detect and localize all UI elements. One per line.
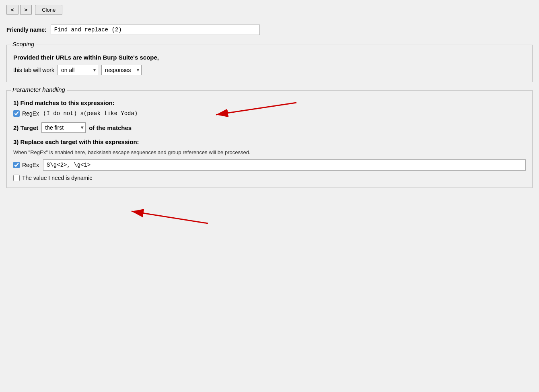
step2-label: 2) Target — [13, 124, 38, 131]
step3-expression-input[interactable] — [43, 159, 526, 171]
step1-regex-label: RegEx — [22, 110, 39, 117]
step3-regex-checkbox-label[interactable]: RegEx — [13, 162, 39, 168]
step2-row: 2) Target the first all of the matches — [13, 122, 526, 133]
response-select[interactable]: responses requests both — [101, 65, 142, 75]
scope-heading: Provided their URLs are within Burp Suit… — [13, 54, 526, 61]
scope-select-wrapper: on all on specific — [58, 65, 98, 75]
step1-regex-checkbox-label[interactable]: RegEx — [13, 110, 39, 117]
friendly-name-row: Friendly name: — [6, 25, 533, 35]
step1-regex-checkbox[interactable] — [13, 110, 20, 117]
friendly-name-input[interactable] — [51, 25, 260, 35]
dynamic-checkbox-label[interactable]: The value I need is dynamic — [13, 175, 92, 181]
parameter-handling-title: Parameter handling — [11, 86, 67, 93]
step3-regex-checkbox[interactable] — [13, 162, 20, 168]
step3-description: When "RegEx" is enabled here, backslash … — [13, 149, 526, 155]
svg-line-3 — [132, 211, 208, 223]
dynamic-row: The value I need is dynamic — [13, 175, 526, 181]
target-select[interactable]: the first all — [41, 122, 86, 133]
response-select-wrapper: responses requests both — [101, 65, 142, 75]
dynamic-label: The value I need is dynamic — [22, 175, 92, 181]
top-nav: < > Clone — [6, 5, 533, 15]
main-container: < > Clone Friendly name: Scoping Provide… — [0, 0, 539, 392]
step3-input-row: RegEx — [13, 159, 526, 171]
step1-heading: 1) Find matches to this expression: — [13, 99, 526, 106]
clone-button[interactable]: Clone — [35, 5, 62, 15]
scoping-section: Scoping Provided their URLs are within B… — [6, 45, 533, 82]
forward-button[interactable]: > — [20, 5, 32, 15]
back-button[interactable]: < — [6, 5, 19, 15]
step1-regex-row: RegEx (I do not) s(peak like Yoda) — [13, 110, 526, 117]
scope-select[interactable]: on all on specific — [58, 65, 98, 75]
target-select-wrapper: the first all — [41, 122, 86, 133]
scoping-title: Scoping — [11, 41, 36, 47]
step3-heading: 3) Replace each target with this express… — [13, 138, 526, 145]
scope-row: this tab will work on all on specific re… — [13, 65, 526, 75]
scope-row-label: this tab will work — [13, 67, 54, 73]
step3-regex-label: RegEx — [22, 162, 39, 168]
friendly-name-label: Friendly name: — [6, 27, 47, 33]
dynamic-checkbox[interactable] — [13, 175, 20, 181]
step1-expression: (I do not) s(peak like Yoda) — [43, 110, 138, 117]
step2-suffix: of the matches — [89, 124, 132, 131]
parameter-handling-section: Parameter handling 1) Find matches to th… — [6, 90, 533, 188]
